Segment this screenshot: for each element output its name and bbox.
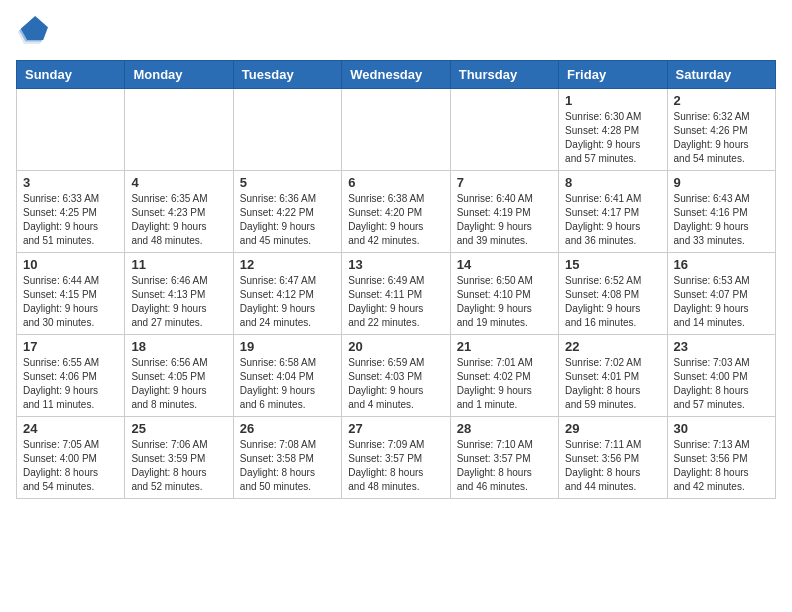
- calendar-cell: 4Sunrise: 6:35 AM Sunset: 4:23 PM Daylig…: [125, 171, 233, 253]
- week-row: 10Sunrise: 6:44 AM Sunset: 4:15 PM Dayli…: [17, 253, 776, 335]
- day-info: Sunrise: 6:56 AM Sunset: 4:05 PM Dayligh…: [131, 356, 226, 412]
- day-info: Sunrise: 7:11 AM Sunset: 3:56 PM Dayligh…: [565, 438, 660, 494]
- page-header: [16, 16, 776, 48]
- calendar-table: SundayMondayTuesdayWednesdayThursdayFrid…: [16, 60, 776, 499]
- week-row: 24Sunrise: 7:05 AM Sunset: 4:00 PM Dayli…: [17, 417, 776, 499]
- day-number: 16: [674, 257, 769, 272]
- calendar-cell: [233, 89, 341, 171]
- day-number: 23: [674, 339, 769, 354]
- calendar-cell: 22Sunrise: 7:02 AM Sunset: 4:01 PM Dayli…: [559, 335, 667, 417]
- day-number: 8: [565, 175, 660, 190]
- calendar-cell: 30Sunrise: 7:13 AM Sunset: 3:56 PM Dayli…: [667, 417, 775, 499]
- day-info: Sunrise: 6:52 AM Sunset: 4:08 PM Dayligh…: [565, 274, 660, 330]
- day-of-week-header: Tuesday: [233, 61, 341, 89]
- calendar-cell: 14Sunrise: 6:50 AM Sunset: 4:10 PM Dayli…: [450, 253, 558, 335]
- calendar-cell: 27Sunrise: 7:09 AM Sunset: 3:57 PM Dayli…: [342, 417, 450, 499]
- day-info: Sunrise: 6:43 AM Sunset: 4:16 PM Dayligh…: [674, 192, 769, 248]
- calendar-body: 1Sunrise: 6:30 AM Sunset: 4:28 PM Daylig…: [17, 89, 776, 499]
- calendar-cell: 26Sunrise: 7:08 AM Sunset: 3:58 PM Dayli…: [233, 417, 341, 499]
- day-info: Sunrise: 6:32 AM Sunset: 4:26 PM Dayligh…: [674, 110, 769, 166]
- day-info: Sunrise: 7:10 AM Sunset: 3:57 PM Dayligh…: [457, 438, 552, 494]
- day-info: Sunrise: 7:08 AM Sunset: 3:58 PM Dayligh…: [240, 438, 335, 494]
- calendar-cell: 10Sunrise: 6:44 AM Sunset: 4:15 PM Dayli…: [17, 253, 125, 335]
- logo: [16, 16, 52, 48]
- day-info: Sunrise: 7:06 AM Sunset: 3:59 PM Dayligh…: [131, 438, 226, 494]
- calendar-cell: 28Sunrise: 7:10 AM Sunset: 3:57 PM Dayli…: [450, 417, 558, 499]
- calendar-cell: 21Sunrise: 7:01 AM Sunset: 4:02 PM Dayli…: [450, 335, 558, 417]
- calendar-cell: 23Sunrise: 7:03 AM Sunset: 4:00 PM Dayli…: [667, 335, 775, 417]
- day-info: Sunrise: 6:58 AM Sunset: 4:04 PM Dayligh…: [240, 356, 335, 412]
- calendar-cell: [17, 89, 125, 171]
- calendar-cell: 9Sunrise: 6:43 AM Sunset: 4:16 PM Daylig…: [667, 171, 775, 253]
- day-info: Sunrise: 6:44 AM Sunset: 4:15 PM Dayligh…: [23, 274, 118, 330]
- day-info: Sunrise: 6:36 AM Sunset: 4:22 PM Dayligh…: [240, 192, 335, 248]
- day-number: 22: [565, 339, 660, 354]
- day-info: Sunrise: 6:33 AM Sunset: 4:25 PM Dayligh…: [23, 192, 118, 248]
- day-of-week-header: Wednesday: [342, 61, 450, 89]
- day-number: 11: [131, 257, 226, 272]
- day-info: Sunrise: 6:55 AM Sunset: 4:06 PM Dayligh…: [23, 356, 118, 412]
- day-info: Sunrise: 7:02 AM Sunset: 4:01 PM Dayligh…: [565, 356, 660, 412]
- day-number: 21: [457, 339, 552, 354]
- week-row: 17Sunrise: 6:55 AM Sunset: 4:06 PM Dayli…: [17, 335, 776, 417]
- day-number: 13: [348, 257, 443, 272]
- day-number: 19: [240, 339, 335, 354]
- day-info: Sunrise: 7:03 AM Sunset: 4:00 PM Dayligh…: [674, 356, 769, 412]
- day-info: Sunrise: 6:50 AM Sunset: 4:10 PM Dayligh…: [457, 274, 552, 330]
- calendar-cell: [125, 89, 233, 171]
- calendar-cell: [450, 89, 558, 171]
- day-number: 2: [674, 93, 769, 108]
- calendar-cell: 24Sunrise: 7:05 AM Sunset: 4:00 PM Dayli…: [17, 417, 125, 499]
- day-number: 1: [565, 93, 660, 108]
- day-number: 9: [674, 175, 769, 190]
- day-number: 10: [23, 257, 118, 272]
- day-info: Sunrise: 7:13 AM Sunset: 3:56 PM Dayligh…: [674, 438, 769, 494]
- day-number: 27: [348, 421, 443, 436]
- day-info: Sunrise: 7:09 AM Sunset: 3:57 PM Dayligh…: [348, 438, 443, 494]
- day-number: 15: [565, 257, 660, 272]
- day-number: 20: [348, 339, 443, 354]
- calendar-cell: 17Sunrise: 6:55 AM Sunset: 4:06 PM Dayli…: [17, 335, 125, 417]
- calendar-cell: 5Sunrise: 6:36 AM Sunset: 4:22 PM Daylig…: [233, 171, 341, 253]
- calendar-cell: 12Sunrise: 6:47 AM Sunset: 4:12 PM Dayli…: [233, 253, 341, 335]
- day-of-week-header: Thursday: [450, 61, 558, 89]
- calendar-cell: 25Sunrise: 7:06 AM Sunset: 3:59 PM Dayli…: [125, 417, 233, 499]
- day-info: Sunrise: 6:38 AM Sunset: 4:20 PM Dayligh…: [348, 192, 443, 248]
- day-number: 29: [565, 421, 660, 436]
- calendar-cell: 19Sunrise: 6:58 AM Sunset: 4:04 PM Dayli…: [233, 335, 341, 417]
- week-row: 1Sunrise: 6:30 AM Sunset: 4:28 PM Daylig…: [17, 89, 776, 171]
- calendar-cell: 18Sunrise: 6:56 AM Sunset: 4:05 PM Dayli…: [125, 335, 233, 417]
- calendar-cell: 15Sunrise: 6:52 AM Sunset: 4:08 PM Dayli…: [559, 253, 667, 335]
- day-info: Sunrise: 6:59 AM Sunset: 4:03 PM Dayligh…: [348, 356, 443, 412]
- day-number: 3: [23, 175, 118, 190]
- day-info: Sunrise: 6:49 AM Sunset: 4:11 PM Dayligh…: [348, 274, 443, 330]
- day-info: Sunrise: 6:30 AM Sunset: 4:28 PM Dayligh…: [565, 110, 660, 166]
- day-number: 18: [131, 339, 226, 354]
- day-info: Sunrise: 6:47 AM Sunset: 4:12 PM Dayligh…: [240, 274, 335, 330]
- day-number: 28: [457, 421, 552, 436]
- day-number: 5: [240, 175, 335, 190]
- day-number: 24: [23, 421, 118, 436]
- day-number: 30: [674, 421, 769, 436]
- calendar-cell: 20Sunrise: 6:59 AM Sunset: 4:03 PM Dayli…: [342, 335, 450, 417]
- day-number: 17: [23, 339, 118, 354]
- day-info: Sunrise: 7:05 AM Sunset: 4:00 PM Dayligh…: [23, 438, 118, 494]
- calendar-cell: 3Sunrise: 6:33 AM Sunset: 4:25 PM Daylig…: [17, 171, 125, 253]
- day-info: Sunrise: 6:41 AM Sunset: 4:17 PM Dayligh…: [565, 192, 660, 248]
- day-of-week-header: Friday: [559, 61, 667, 89]
- calendar-cell: [342, 89, 450, 171]
- days-of-week-row: SundayMondayTuesdayWednesdayThursdayFrid…: [17, 61, 776, 89]
- calendar-cell: 13Sunrise: 6:49 AM Sunset: 4:11 PM Dayli…: [342, 253, 450, 335]
- day-of-week-header: Sunday: [17, 61, 125, 89]
- calendar-cell: 1Sunrise: 6:30 AM Sunset: 4:28 PM Daylig…: [559, 89, 667, 171]
- day-number: 4: [131, 175, 226, 190]
- day-info: Sunrise: 7:01 AM Sunset: 4:02 PM Dayligh…: [457, 356, 552, 412]
- day-info: Sunrise: 6:46 AM Sunset: 4:13 PM Dayligh…: [131, 274, 226, 330]
- day-of-week-header: Saturday: [667, 61, 775, 89]
- logo-icon: [16, 16, 48, 48]
- day-of-week-header: Monday: [125, 61, 233, 89]
- day-number: 6: [348, 175, 443, 190]
- calendar-cell: 7Sunrise: 6:40 AM Sunset: 4:19 PM Daylig…: [450, 171, 558, 253]
- day-info: Sunrise: 6:35 AM Sunset: 4:23 PM Dayligh…: [131, 192, 226, 248]
- day-info: Sunrise: 6:53 AM Sunset: 4:07 PM Dayligh…: [674, 274, 769, 330]
